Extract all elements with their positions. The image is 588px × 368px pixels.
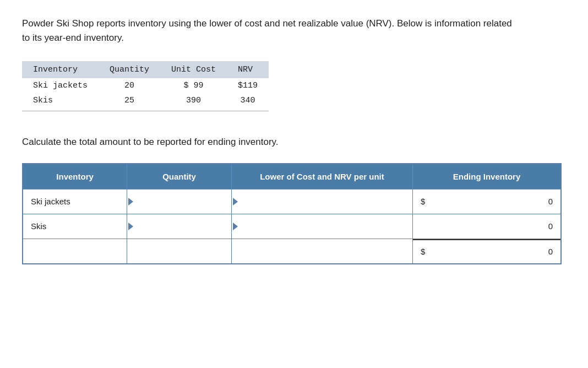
arrow-icon-3 [128,223,133,230]
ref-col-quantity: Quantity [99,61,160,78]
ref-col-inventory: Inventory [22,61,99,78]
ending-value-1: 0 [546,192,560,210]
ref-row-skis: Skis 25 390 340 [22,93,269,111]
arrow-icon-1 [128,198,133,205]
calc-quantity-input-2[interactable] [127,214,232,239]
calc-lower-input-1[interactable] [231,189,412,214]
lower-field-1[interactable] [232,190,412,214]
dollar-sign-total: $ [413,242,428,261]
ref-unitcost-1: $ 99 [160,78,227,93]
lower-field-2[interactable] [232,214,412,239]
calc-inventory-2: Skis [23,214,127,239]
dollar-sign-placeholder [413,217,426,235]
intro-paragraph: Powder Ski Shop reports inventory using … [22,17,518,46]
ref-row-skijackets: Ski jackets 20 $ 99 $119 [22,78,269,93]
ref-col-nrv: NRV [227,61,269,78]
ending-value-total: 0 [546,242,560,261]
ref-nrv-1: $119 [227,78,269,93]
ending-value-2: 0 [546,217,560,235]
calc-total-lower-empty [231,239,412,264]
calc-row-skijackets: Ski jackets $ 0 [23,189,561,214]
calculation-table: Inventory Quantity Lower of Cost and NRV… [22,163,562,264]
arrow-icon-2 [233,198,238,205]
calc-header-lower: Lower of Cost and NRV per unit [231,164,412,190]
ref-nrv-2: 340 [227,93,269,111]
calc-ending-2: 0 [413,214,561,239]
ref-quantity-2: 25 [99,93,160,111]
ref-inventory-1: Ski jackets [22,78,99,93]
calc-total-ending: $ 0 [413,239,561,264]
calc-total-label [23,239,127,264]
calculate-instructions: Calculate the total amount to be reporte… [22,137,566,148]
reference-table: Inventory Quantity Unit Cost NRV Ski jac… [22,61,269,119]
ref-quantity-1: 20 [99,78,160,93]
calc-header-quantity: Quantity [127,164,232,190]
quantity-field-2[interactable] [127,214,231,239]
calc-lower-input-2[interactable] [231,214,412,239]
ref-unitcost-2: 390 [160,93,227,111]
calc-inventory-1: Ski jackets [23,189,127,214]
arrow-icon-4 [233,223,238,230]
calc-header-ending: Ending Inventory [413,164,561,190]
dollar-sign-1: $ [413,192,428,210]
quantity-field-1[interactable] [127,190,231,214]
calc-header-inventory: Inventory [23,164,127,190]
ref-col-unitcost: Unit Cost [160,61,227,78]
ref-inventory-2: Skis [22,93,99,111]
calc-total-row: $ 0 [23,239,561,264]
calc-quantity-input-1[interactable] [127,189,232,214]
calc-total-quantity-empty [127,239,232,264]
calc-ending-1: $ 0 [413,189,561,214]
calc-row-skis: Skis 0 [23,214,561,239]
